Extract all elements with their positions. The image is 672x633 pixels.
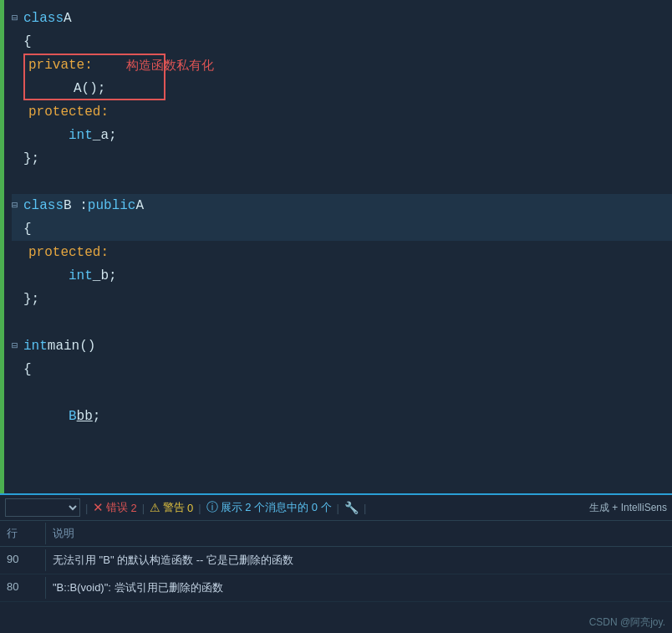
code-line-close2: }; xyxy=(12,288,672,311)
fold-spacer-4 xyxy=(17,77,28,100)
fold-spacer-7 xyxy=(12,147,23,171)
code-line-inta: int _a; xyxy=(12,124,672,147)
fold-spacer-11 xyxy=(12,241,23,264)
annotation-private: 构造函数私有化 xyxy=(126,54,214,77)
code-line-empty2 xyxy=(12,311,672,334)
code-line-protected2: protected: xyxy=(12,241,672,264)
code-keyword: class xyxy=(23,7,64,30)
code-line-partial xyxy=(12,428,672,452)
build-label[interactable]: 生成 + IntelliSens xyxy=(589,501,667,515)
info-status[interactable]: ⓘ 展示 2 个消息中的 0 个 xyxy=(206,500,332,515)
code-line-open3: { xyxy=(12,358,672,381)
col-header-desc: 说明 xyxy=(46,523,672,544)
code-line-private: private: 构造函数私有化 xyxy=(12,54,672,77)
error-table-header: 行 说明 xyxy=(0,521,672,547)
error-row-2[interactable]: 80 "B::B(void)": 尝试引用已删除的函数 xyxy=(0,574,672,602)
info-label: 展示 2 个消息中的 0 个 xyxy=(221,500,332,515)
watermark: CSDN @阿亮joy. xyxy=(589,615,665,630)
error-desc-1: 无法引用 "B" 的默认构造函数 -- 它是已删除的函数 xyxy=(46,549,672,571)
col-header-line: 行 xyxy=(0,523,46,544)
fold-icon-1[interactable]: ⊟ xyxy=(12,7,23,30)
error-desc-2: "B::B(void)": 尝试引用已删除的函数 xyxy=(46,577,672,599)
code-line-1: ⊟ class A xyxy=(12,7,672,30)
code-line-empty1 xyxy=(12,171,672,194)
warning-icon: ⚠ xyxy=(150,501,160,514)
code-line-classB: ⊟ class B : public A xyxy=(12,194,672,217)
warning-status[interactable]: ⚠ 警告 0 xyxy=(150,500,193,515)
code-line-protected1: protected: xyxy=(12,100,672,124)
fold-icon-9[interactable]: ⊟ xyxy=(12,194,23,217)
status-bar: | ✕ 错误 2 | ⚠ 警告 0 | ⓘ 展示 2 个消息中的 0 个 | 🔧… xyxy=(0,493,672,520)
fold-spacer-10 xyxy=(12,217,23,241)
fold-spacer-3 xyxy=(12,54,23,77)
warning-count: 0 xyxy=(187,502,193,514)
error-line-1: 90 xyxy=(0,549,46,571)
fold-spacer-18 xyxy=(12,405,23,428)
build-config-dropdown[interactable] xyxy=(5,498,80,517)
fold-icon-15[interactable]: ⊟ xyxy=(12,334,23,358)
fold-spacer-13 xyxy=(12,288,23,311)
warning-label: 警告 xyxy=(163,500,185,515)
code-editor[interactable]: ⊟ class A { private: 构造函数私有化 xyxy=(0,0,672,493)
code-line-close1: }; xyxy=(12,147,672,171)
code-line-bbb: B bb ; xyxy=(12,405,672,428)
code-line-open2: { xyxy=(12,217,672,241)
code-line-empty3 xyxy=(12,381,672,405)
error-panel: 行 说明 90 无法引用 "B" 的默认构造函数 -- 它是已删除的函数 80 … xyxy=(0,520,672,633)
fold-spacer-2 xyxy=(12,30,23,54)
error-icon: ✕ xyxy=(93,500,104,515)
error-label: 错误 xyxy=(106,500,128,515)
code-line-intb: int _b; xyxy=(12,264,672,288)
info-icon: ⓘ xyxy=(206,500,218,515)
code-line-constructor: A(); xyxy=(12,77,672,100)
fold-spacer-19 xyxy=(12,428,23,452)
fold-spacer-16 xyxy=(12,358,23,381)
fold-spacer-5 xyxy=(12,100,23,124)
error-count: 2 xyxy=(130,502,136,514)
error-status[interactable]: ✕ 错误 2 xyxy=(93,500,136,515)
error-row-1[interactable]: 90 无法引用 "B" 的默认构造函数 -- 它是已删除的函数 xyxy=(0,547,672,574)
error-line-2: 80 xyxy=(0,577,46,599)
code-line-2: { xyxy=(12,30,672,54)
code-content: ⊟ class A { private: 构造函数私有化 xyxy=(0,0,672,452)
fold-spacer-12 xyxy=(12,264,23,288)
code-line-main: ⊟ int main() xyxy=(12,334,672,358)
pin-icon: 🔧 xyxy=(344,501,359,514)
fold-spacer-6 xyxy=(12,124,23,147)
